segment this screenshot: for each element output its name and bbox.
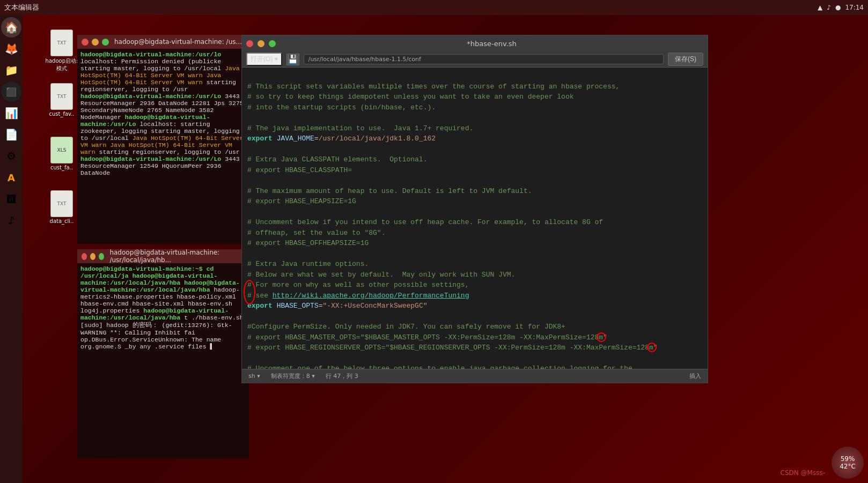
- code-line-12: # export HBASE_OFFHEAPSIZE=1G: [247, 239, 369, 247]
- code-line-7: # export HBASE_CLASSPATH=: [247, 166, 352, 174]
- statusbar-tab-width[interactable]: 制表符宽度：8 ▾: [271, 372, 315, 380]
- code-line-20: # export HBASE_REGIONSERVER_OPTS="$HBASE…: [247, 344, 658, 352]
- editor-filepath: /usr/local/java/hbase/hbase-1.1.5/conf: [304, 54, 664, 64]
- code-line-21: # Uncomment one of the below three optio…: [247, 365, 632, 369]
- editor-toolbar: 打开(O) ▾ 💾 /usr/local/java/hbase/hbase-1.…: [242, 51, 708, 68]
- cpu-percent: 59%: [841, 455, 855, 463]
- code-line-1: # This script sets variables multiple ti…: [247, 83, 620, 91]
- top-bar-title: 文本编辑器: [4, 3, 39, 12]
- terminal-1-prompt-4: hadoop@bigdata-virtual-machine:/usr/Lo: [80, 155, 221, 162]
- statusbar-language[interactable]: sh ▾: [248, 373, 260, 380]
- desktop-file-icon-4: TXT: [50, 190, 73, 217]
- desktop-file-label-1: hadoop启动:模式: [46, 57, 78, 72]
- code-line-10: # Uncomment below if you intend to use o…: [247, 218, 603, 226]
- top-bar-wifi: ▲: [818, 4, 822, 11]
- terminal-2-title: hadoop@bigdata-virtual-machine: /usr/loc…: [109, 249, 245, 264]
- terminal-2-content[interactable]: hadoop@bigdata-virtual-machine:~$ cd /us…: [77, 263, 249, 458]
- sidebar-icon-terminal[interactable]: ⬛: [1, 81, 21, 102]
- t2-output-4: t ./hbase-env.sh: [184, 314, 243, 321]
- terminal-2-min-btn[interactable]: [90, 253, 95, 260]
- desktop-file-label-2: cust_fav..: [49, 111, 74, 117]
- editor-open-btn[interactable]: 打开(O) ▾: [246, 53, 282, 66]
- editor-save-icon-btn[interactable]: 💾: [286, 54, 299, 65]
- sidebar-icon-music[interactable]: ♪: [1, 210, 21, 231]
- desktop-file-icon-1: TXT: [50, 29, 73, 56]
- desktop-file-2[interactable]: TXT cust_fav..: [43, 83, 80, 117]
- system-monitor-widget: 59% 42°C: [832, 447, 864, 479]
- terminal-2-close-btn[interactable]: [82, 253, 87, 260]
- terminal-1-output-6: 12281 Jps: [192, 100, 225, 107]
- terminal-1-close-btn[interactable]: [82, 39, 89, 46]
- sidebar-icon-amazon[interactable]: A: [1, 167, 21, 188]
- terminal-1-prompt-1: hadoop@bigdata-virtual-machine:/usr/lo: [80, 51, 221, 58]
- desktop-file-icon-3: XLS: [50, 137, 73, 164]
- t2-warn-3: _by any .service files: [125, 343, 207, 350]
- editor-titlebar: *hbase-env.sh: [242, 35, 708, 51]
- csdn-username: @Msss-: [801, 469, 825, 477]
- code-line-4: # The java implementation to use. Java 1…: [247, 124, 473, 132]
- top-bar-battery: ●: [835, 4, 841, 11]
- statusbar-position: 行 47，列 3: [326, 372, 358, 380]
- code-line-14: # Below are what we set by default. May …: [247, 271, 515, 279]
- code-line-9: # export HBASE_HEAPSIZE=1G: [247, 197, 356, 205]
- code-blank-4: [247, 208, 252, 216]
- editor-text-area[interactable]: # This script sets variables multiple ti…: [242, 68, 708, 369]
- terminal-2-max-btn[interactable]: [99, 253, 104, 260]
- top-bar: 文本编辑器 ▲ ♪ ● 17:14: [0, 0, 868, 15]
- sidebar-icon-settings[interactable]: ⚙: [1, 146, 21, 166]
- code-blank-2: [247, 145, 252, 153]
- sidebar-icon-spreadsheet[interactable]: 📊: [1, 103, 21, 123]
- top-bar-right: ▲ ♪ ● 17:14: [818, 4, 864, 11]
- statusbar-insert-label: 插入: [689, 372, 701, 380]
- desktop-file-4[interactable]: TXT data_cli..: [43, 190, 80, 224]
- editor-statusbar: sh ▾ 制表符宽度：8 ▾ 行 47，列 3 插入: [242, 369, 708, 383]
- code-blank-6: [247, 313, 252, 321]
- terminal-1-title: hadoop@bigdata-virtual-machine: /us...: [114, 38, 242, 46]
- statusbar-language-label: sh ▾: [248, 373, 260, 380]
- desktop-file-label-4: data_cli..: [50, 218, 74, 224]
- terminal-window-2: hadoop@bigdata-virtual-machine: /usr/loc…: [77, 249, 249, 458]
- top-bar-time: 17:14: [845, 4, 864, 11]
- code-line-16: # see http://wiki.apache.org/hadoop/Perf…: [247, 292, 469, 300]
- t2-cursor: ▌: [210, 343, 214, 350]
- code-line-6: # Extra Java CLASSPATH elements. Optiona…: [247, 155, 427, 164]
- desktop-file-1[interactable]: TXT hadoop启动:模式: [43, 29, 80, 72]
- t2-output-2: hbase-env.cmd hbase-site.xml: [80, 300, 184, 307]
- cpu-temp: 42°C: [840, 463, 856, 470]
- terminal-1-content[interactable]: hadoop@bigdata-virtual-machine:/usr/lo l…: [77, 49, 249, 244]
- editor-save-btn[interactable]: 保存(S): [668, 53, 703, 66]
- statusbar-tab-width-label: 制表符宽度：8 ▾: [271, 372, 315, 380]
- system-tray: 59% 42°C: [832, 447, 864, 479]
- terminal-window-1: hadoop@bigdata-virtual-machine: /us... h…: [77, 35, 249, 244]
- code-line-2: # so try to keep things idempotent unles…: [247, 93, 574, 101]
- sidebar-icon-firefox[interactable]: 🦊: [1, 39, 21, 59]
- sidebar-icon-texteditor[interactable]: 📄: [1, 124, 21, 145]
- editor-max-btn[interactable]: [269, 40, 276, 47]
- sidebar: 🏠 🦊 📁 ⬛ 📊 📄 ⚙ A 🅰 ♪: [0, 15, 23, 483]
- sidebar-icon-home[interactable]: 🏠: [1, 17, 21, 38]
- code-blank-1: [247, 114, 252, 122]
- desktop-file-3[interactable]: XLS cust_fa..: [43, 137, 80, 170]
- code-line-15: # For more on why as well as other possi…: [247, 281, 469, 289]
- terminal-1-output-1: localhost: Permission denied (publicke: [80, 58, 221, 65]
- code-blank-7: [247, 354, 252, 362]
- top-bar-sound: ♪: [827, 4, 831, 11]
- terminal-1-titlebar: hadoop@bigdata-virtual-machine: /us...: [77, 35, 249, 49]
- t2-output-5: [sudo] hadoop 的密码：: [80, 322, 158, 329]
- editor-close-btn[interactable]: [246, 40, 253, 47]
- desktop-file-icon-2: TXT: [50, 83, 73, 110]
- terminal-1-max-btn[interactable]: [102, 39, 109, 46]
- code-line-3: # into the startup scripts (bin/hbase, e…: [247, 103, 436, 112]
- code-line-13: # Extra Java runtime options.: [247, 260, 369, 268]
- terminal-1-min-btn[interactable]: [92, 39, 99, 46]
- code-line-8: # The maximum amount of heap to use. Def…: [247, 187, 532, 195]
- code-line-19: # export HBASE_MASTER_OPTS="$HBASE_MASTE…: [247, 333, 607, 341]
- editor-min-btn[interactable]: [258, 40, 264, 47]
- editor-window: *hbase-env.sh 打开(O) ▾ 💾 /usr/local/java/…: [241, 35, 708, 383]
- sidebar-icon-appstore[interactable]: 🅰: [1, 189, 21, 209]
- code-blank-5: [247, 250, 252, 258]
- code-line-18: #Configure PermSize. Only needed in JDK7…: [247, 323, 565, 331]
- terminal-1-output-5: 2936 DataNode: [139, 100, 188, 107]
- editor-window-title: *hbase-env.sh: [280, 40, 703, 48]
- sidebar-icon-files[interactable]: 📁: [1, 60, 21, 80]
